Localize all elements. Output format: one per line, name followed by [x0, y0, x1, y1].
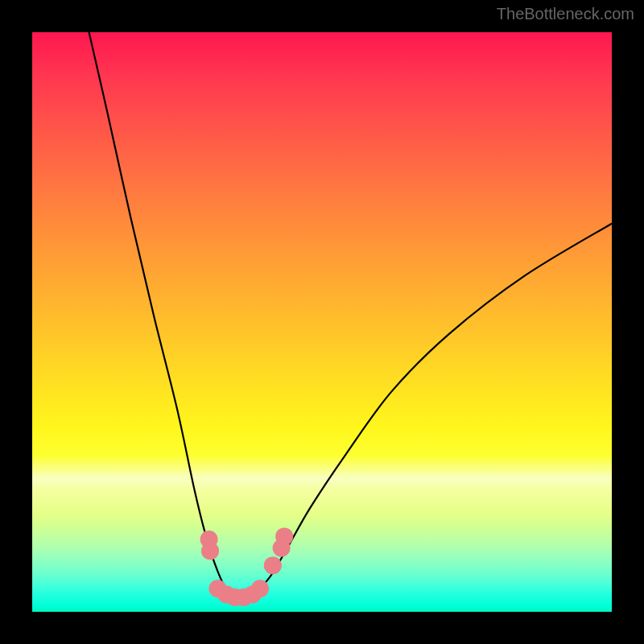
data-marker	[201, 542, 219, 559]
data-marker	[275, 527, 293, 545]
watermark-text: TheBottleneck.com	[497, 5, 634, 23]
bottleneck-curve	[89, 32, 612, 601]
data-marker	[251, 580, 269, 597]
data-markers	[200, 527, 294, 606]
curve-line	[89, 32, 612, 601]
data-marker	[264, 556, 282, 574]
chart-svg	[32, 32, 612, 612]
plot-area	[32, 32, 612, 612]
